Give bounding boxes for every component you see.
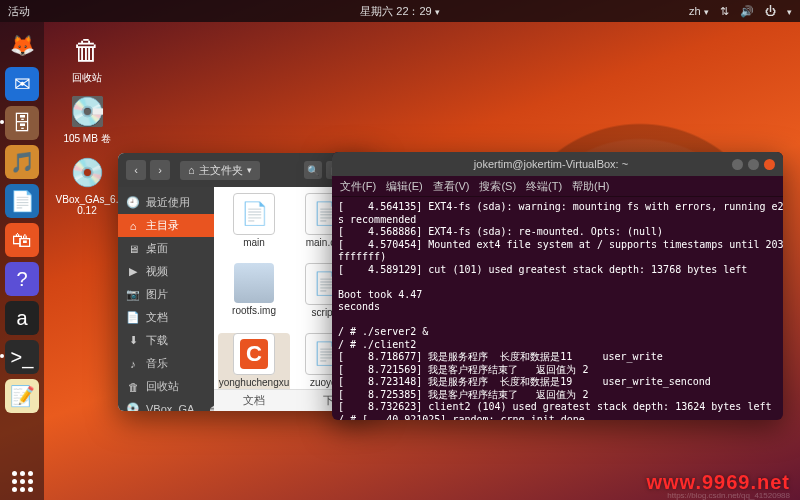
- terminal-window[interactable]: jokertim@jokertim-VirtualBox: ~ 文件(F)编辑(…: [332, 152, 783, 420]
- path-label: 主文件夹: [199, 163, 243, 178]
- volume-icon[interactable]: 💽105 MB 卷: [54, 91, 120, 144]
- sidebar-item[interactable]: 🖥桌面: [118, 237, 214, 260]
- clock[interactable]: 星期六 22：29 ▾: [0, 4, 800, 19]
- nav-back-button[interactable]: ‹: [126, 160, 146, 180]
- thunderbird-icon[interactable]: ✉: [5, 67, 39, 101]
- amazon-icon[interactable]: a: [5, 301, 39, 335]
- terminal-title: jokertim@jokertim-VirtualBox: ~: [370, 158, 732, 170]
- sidebar-item[interactable]: 📷图片: [118, 283, 214, 306]
- watermark-small: https://blog.csdn.net/qq_41520988: [667, 491, 790, 500]
- menu-item[interactable]: 查看(V): [433, 179, 470, 194]
- window-close-button[interactable]: [764, 159, 775, 170]
- menu-item[interactable]: 帮助(H): [572, 179, 609, 194]
- firefox-icon[interactable]: 🦊: [5, 28, 39, 62]
- terminal-output[interactable]: [ 4.564135] EXT4-fs (sda): warning: moun…: [332, 197, 783, 420]
- sidebar-item[interactable]: 📄文档: [118, 306, 214, 329]
- files-icon[interactable]: 🗄: [5, 106, 39, 140]
- sidebar-item[interactable]: ♪音乐: [118, 352, 214, 375]
- text-editor-icon[interactable]: 📝: [5, 379, 39, 413]
- search-icon[interactable]: 🔍: [304, 161, 322, 179]
- nav-forward-button[interactable]: ›: [150, 160, 170, 180]
- terminal-menubar: 文件(F)编辑(E)查看(V)搜索(S)终端(T)帮助(H): [332, 176, 783, 197]
- window-maximize-button[interactable]: [748, 159, 759, 170]
- menu-item[interactable]: 搜索(S): [479, 179, 516, 194]
- tab-documents[interactable]: 文档: [214, 390, 294, 411]
- sidebar-item[interactable]: 💿VBox_GA...⏏: [118, 398, 214, 411]
- window-minimize-button[interactable]: [732, 159, 743, 170]
- sidebar-item[interactable]: 🗑回收站: [118, 375, 214, 398]
- software-icon[interactable]: 🛍: [5, 223, 39, 257]
- top-bar: 活动 星期六 22：29 ▾ zh ▾ ⇅ 🔊 ⏻ ▾: [0, 0, 800, 22]
- menu-item[interactable]: 编辑(E): [386, 179, 423, 194]
- show-applications-button[interactable]: [9, 468, 35, 494]
- home-icon: ⌂: [188, 164, 195, 176]
- path-bar[interactable]: ⌂ 主文件夹 ▾: [180, 161, 260, 180]
- menu-item[interactable]: 终端(T): [526, 179, 562, 194]
- desktop-icons: 🗑回收站💽105 MB 卷💿VBox_GAs_6.0.12: [54, 30, 120, 224]
- file-item[interactable]: rootfs.img: [218, 263, 290, 329]
- trash-icon[interactable]: 🗑回收站: [54, 30, 120, 83]
- terminal-icon[interactable]: >_: [5, 340, 39, 374]
- terminal-headerbar: jokertim@jokertim-VirtualBox: ~: [332, 152, 783, 176]
- sidebar-item[interactable]: ⌂主目录: [118, 214, 214, 237]
- sidebar-item[interactable]: ▶视频: [118, 260, 214, 283]
- sidebar-item[interactable]: 🕘最近使用: [118, 191, 214, 214]
- writer-icon[interactable]: 📄: [5, 184, 39, 218]
- rhythmbox-icon[interactable]: 🎵: [5, 145, 39, 179]
- menu-item[interactable]: 文件(F): [340, 179, 376, 194]
- files-sidebar: 🕘最近使用⌂主目录🖥桌面▶视频📷图片📄文档⬇下载♪音乐🗑回收站💿VBox_GA.…: [118, 187, 214, 411]
- file-item[interactable]: 📄main: [218, 193, 290, 259]
- sidebar-item[interactable]: ⬇下载: [118, 329, 214, 352]
- cd-icon[interactable]: 💿VBox_GAs_6.0.12: [54, 152, 120, 216]
- help-icon[interactable]: ?: [5, 262, 39, 296]
- dock: 🦊✉🗄🎵📄🛍?a>_📝: [0, 22, 44, 500]
